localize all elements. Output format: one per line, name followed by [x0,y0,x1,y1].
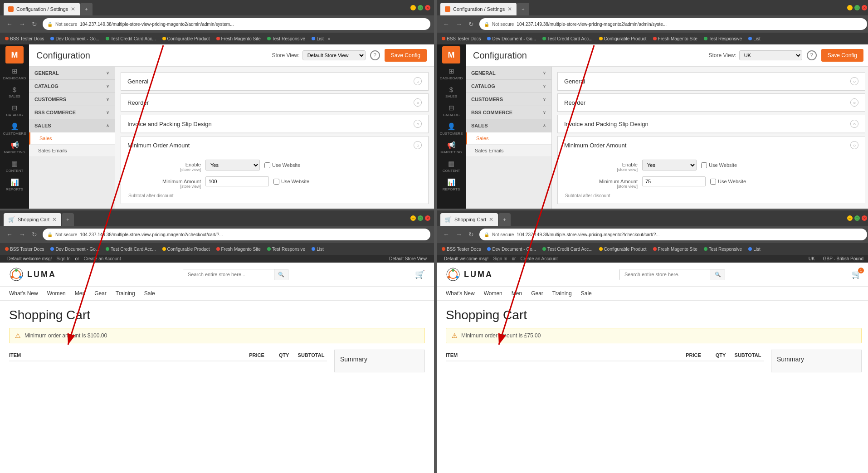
left-cart-tab-close[interactable]: ✕ [52,216,57,223]
bm-dev-right[interactable]: Dev Document - Go... [485,35,538,42]
sidebar-dashboard-left[interactable]: ⊞ DASHBOARD [0,64,29,83]
cfg-invoice-hdr-left[interactable]: Invoice and Packing Slip Design ○ [121,115,428,133]
sign-in-link-left[interactable]: Sign In [56,256,70,261]
cfg-min-amount-input-left[interactable] [205,176,269,186]
right-cart-address-pill[interactable]: 🔒 Not secure 104.237.149.38/multiple-sto… [479,229,867,240]
sidebar-content-left[interactable]: ▦ CONTENT [0,157,29,176]
sidebar-catalog-right[interactable]: ⊟ CATALOG [437,101,466,120]
left-cart-address-pill[interactable]: 🔒 Not secure 104.237.149.38/multiple-sto… [43,229,430,240]
cfg-min-amount-input-right[interactable] [642,176,706,186]
fwd-btn-right[interactable]: → [453,20,465,29]
cart-win-min-right[interactable]: ─ [847,215,853,221]
cfg-min-order-toggle-left[interactable]: ○ [414,141,422,149]
nav-whats-new-right[interactable]: What's New [446,287,475,300]
save-config-button-left[interactable]: Save Config [385,49,427,62]
nav-bss-header-right[interactable]: BSS COMMERCE ∨ [466,106,551,119]
nav-bss-header-left[interactable]: BSS COMMERCE ∨ [29,106,115,119]
save-config-button-right[interactable]: Save Config [821,49,863,62]
win-close-left[interactable]: ✕ [425,5,430,10]
nav-sale-left[interactable]: Sale [144,287,155,300]
left-admin-tab-active[interactable]: Configuration / Settings ✕ [4,3,80,15]
bm-responsive-cart-left[interactable]: Test Responsive [265,246,307,253]
cfg-enable-select-right[interactable]: Yes No [642,160,697,171]
left-admin-tab-inactive[interactable]: + [80,3,92,15]
cfg-reorder-hdr-right[interactable]: Reorder ○ [558,94,865,112]
bm-dev-cart-left[interactable]: Dev Document - Go... [48,246,102,253]
cart-fwd-right[interactable]: → [453,230,465,239]
sign-in-link-right[interactable]: Sign In [493,256,507,261]
bm-bss-left[interactable]: BSS Tester Docs [3,35,46,42]
bm-responsive-left[interactable]: Test Responsive [265,35,307,42]
create-account-link-right[interactable]: Create an Account [520,256,557,261]
nav-sales-header-right[interactable]: SALES ∧ [466,119,551,132]
cfg-general-toggle-right[interactable]: ○ [850,77,858,85]
cart-refresh-left[interactable]: ↻ [29,230,40,239]
nav-catalog-header-right[interactable]: CATALOG ∨ [466,80,551,93]
nav-men-right[interactable]: Men [512,287,522,300]
cfg-min-amount-checkbox-left[interactable] [273,179,279,185]
right-cart-tab-inactive[interactable]: + [498,213,510,226]
win-minimize-left[interactable]: ─ [410,5,416,10]
cart-bag-icon-left[interactable]: 🛒 [415,269,425,279]
nav-sale-right[interactable]: Sale [581,287,592,300]
cart-back-left[interactable]: ← [4,230,15,239]
bm-responsive-cart-right[interactable]: Test Responsive [702,246,744,253]
cart-win-min-left[interactable]: ─ [410,215,416,221]
cart-win-close-right[interactable]: ✕ [862,215,867,221]
bm-cc-left[interactable]: Test Credit Card Acc... [103,35,158,42]
bm-list-left[interactable]: List [309,35,326,42]
cart-win-max-right[interactable]: □ [854,215,860,221]
win-maximize-left[interactable]: □ [418,5,423,10]
bm-fresh-left[interactable]: Fresh Magento Site [214,35,263,42]
nav-training-left[interactable]: Training [116,287,135,300]
nav-training-right[interactable]: Training [552,287,572,300]
create-account-link-left[interactable]: Create an Account [83,256,121,261]
search-input-left[interactable] [183,269,274,280]
back-btn-left[interactable]: ← [4,20,15,29]
right-admin-tab-active[interactable]: Configuration / Settings ✕ [440,3,517,15]
store-view-select-right[interactable]: UK Default Store View [739,50,802,60]
nav-women-right[interactable]: Women [484,287,502,300]
nav-gear-left[interactable]: Gear [94,287,107,300]
cart-bag-icon-right[interactable]: 🛒 1 [852,269,862,279]
bm-bss-right[interactable]: BSS Tester Docs [439,35,483,42]
bm-fresh-right[interactable]: Fresh Magento Site [651,35,700,42]
right-admin-address-pill[interactable]: 🔒 Not secure 104.237.149.38/multiple-sto… [479,18,867,30]
bm-config-cart-left[interactable]: Configurable Product [160,246,212,253]
nav-general-header-right[interactable]: GENERAL ∨ [466,67,551,80]
store-view-select-left[interactable]: Default Store View [302,50,366,60]
bm-cc-right[interactable]: Test Credit Card Acc... [540,35,595,42]
bm-list-cart-right[interactable]: List [746,246,763,253]
bm-dev-cart-right[interactable]: Dev Document - Go... [485,246,538,253]
left-admin-tab-close[interactable]: ✕ [71,6,75,12]
bm-config-cart-right[interactable]: Configurable Product [597,246,649,253]
fwd-btn-left[interactable]: → [16,20,28,29]
bm-list-right[interactable]: List [746,35,763,42]
right-cart-tab-active[interactable]: 🛒 Shopping Cart ✕ [440,213,498,226]
cfg-general-hdr-right[interactable]: General ○ [558,73,865,90]
win-close-right[interactable]: ✕ [862,5,867,10]
sidebar-catalog-left[interactable]: ⊟ CATALOG [0,101,29,120]
refresh-btn-left[interactable]: ↻ [29,20,40,29]
bm-config-left[interactable]: Configurable Product [160,35,212,42]
search-button-left[interactable]: 🔍 [274,269,288,280]
sidebar-reports-left[interactable]: 📊 REPORTS [0,176,29,194]
right-admin-tab-close[interactable]: ✕ [507,6,512,12]
nav-sales-emails-child-right[interactable]: Sales Emails [466,145,551,157]
bm-responsive-right[interactable]: Test Responsive [702,35,744,42]
search-input-right[interactable] [620,269,711,280]
bm-bss-cart-left[interactable]: BSS Tester Docs [3,246,46,253]
sidebar-reports-right[interactable]: 📊 REPORTS [437,176,466,194]
nav-gear-right[interactable]: Gear [531,287,543,300]
cfg-enable-checkbox-left[interactable] [264,162,270,168]
sidebar-customers-left[interactable]: 👤 CUSTOMERS [0,120,29,138]
nav-sales-header-left[interactable]: SALES ∧ [29,119,115,132]
bm-config-right[interactable]: Configurable Product [597,35,649,42]
back-btn-right[interactable]: ← [440,20,452,29]
cfg-general-toggle-left[interactable]: ○ [414,77,422,85]
sidebar-sales-right[interactable]: $ SALES [437,83,466,101]
bm-more-left[interactable]: » [328,36,331,41]
nav-sales-emails-child-left[interactable]: Sales Emails [29,145,115,157]
sidebar-content-right[interactable]: ▦ CONTENT [437,157,466,176]
win-maximize-right[interactable]: □ [854,5,860,10]
